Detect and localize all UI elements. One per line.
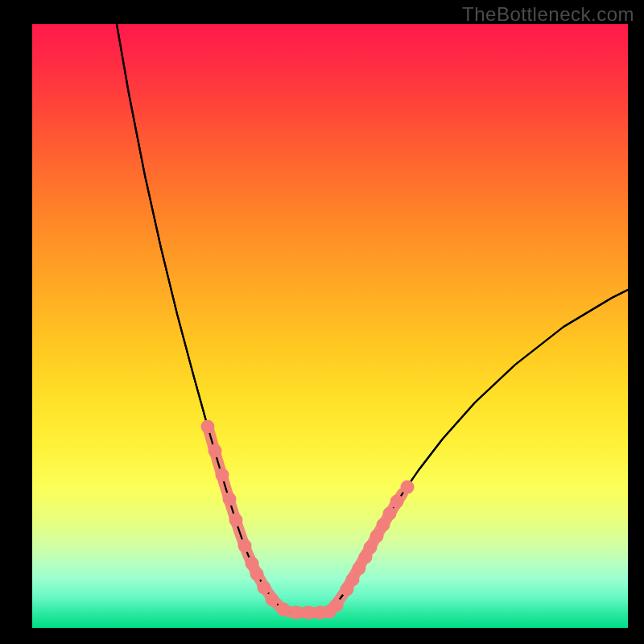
chart-svg (32, 24, 628, 628)
bottleneck-curve (117, 24, 628, 613)
data-dot (238, 539, 252, 553)
data-dot (201, 420, 215, 434)
data-dot (330, 599, 344, 613)
data-dot (277, 603, 291, 617)
dots-group (201, 420, 415, 620)
curve-group (117, 24, 628, 613)
watermark-text: TheBottleneck.com (462, 3, 634, 26)
data-dot (290, 606, 303, 620)
plot-area (32, 24, 628, 628)
data-dot (401, 481, 415, 494)
data-dot (383, 507, 397, 521)
data-dot (229, 514, 243, 527)
data-dot (223, 493, 237, 506)
data-dot (216, 469, 229, 482)
data-dot (258, 581, 271, 595)
bottleneck-curve-top (117, 24, 628, 613)
data-dot (208, 444, 222, 458)
data-dot (266, 593, 279, 607)
data-dot (390, 495, 404, 509)
chart-frame: TheBottleneck.com (0, 0, 644, 644)
data-dot (250, 568, 264, 581)
data-dot (302, 606, 316, 620)
